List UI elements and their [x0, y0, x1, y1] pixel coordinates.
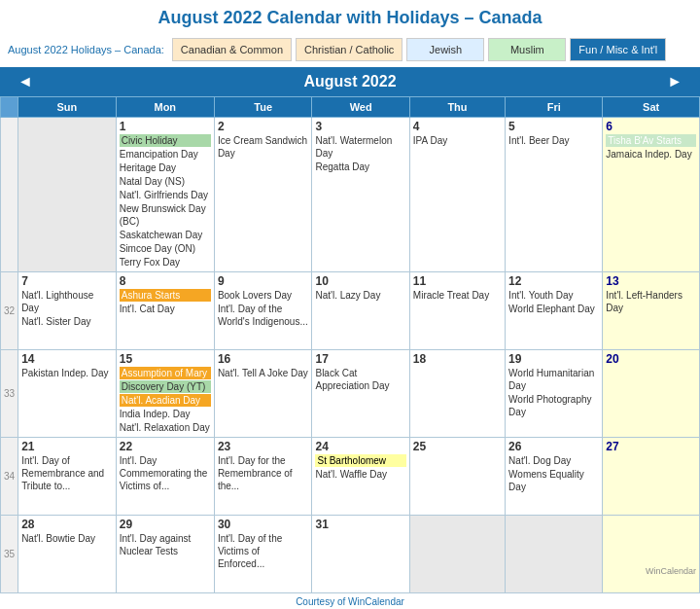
day-cell-18: 18 — [409, 350, 505, 438]
filter-jewish[interactable]: Jewish — [406, 38, 484, 61]
day-cell-16: 16 Nat'l. Tell A Joke Day — [214, 350, 312, 438]
col-header-sat: Sat — [603, 97, 700, 118]
day-cell-1: 1 Civic Holiday Emancipation Day Heritag… — [116, 118, 214, 272]
month-title: August 2022 — [303, 73, 396, 90]
page-title: August 2022 Calendar with Holidays – Can… — [158, 8, 542, 27]
table-row: 1 Civic Holiday Emancipation Day Heritag… — [1, 118, 700, 272]
filter-muslim[interactable]: Muslim — [488, 38, 566, 61]
day-cell-15: 15 Assumption of Mary Discovery Day (YT)… — [116, 350, 214, 438]
day-cell-10: 10 Nat'l. Lazy Day — [312, 272, 409, 350]
day-cell-17: 17 Black Cat Appreciation Day — [312, 350, 409, 438]
page-container: August 2022 Calendar with Holidays – Can… — [0, 0, 700, 609]
filter-bar: August 2022 Holidays – Canada: Canadian … — [0, 32, 700, 67]
day-cell-4: 4 IPA Day — [409, 118, 505, 272]
week-num-32: 32 — [1, 272, 18, 350]
day-cell-8: 8 Ashura Starts Int'l. Cat Day — [116, 272, 214, 350]
day-cell-empty-33 — [506, 516, 603, 593]
day-cell-6: 6 Tisha B'Av Starts Jamaica Indep. Day — [603, 118, 700, 272]
week-num-31 — [1, 118, 18, 272]
table-row: 34 21 Int'l. Day of Remembrance and Trib… — [1, 438, 700, 516]
day-cell-20: 20 — [603, 350, 700, 438]
day-cell-28: 28 Nat'l. Bowtie Day — [18, 516, 117, 593]
day-cell-empty — [18, 118, 117, 272]
next-arrow[interactable]: ► — [657, 71, 692, 92]
day-cell-29: 29 Int'l. Day against Nuclear Tests — [116, 516, 214, 593]
day-cell-9: 9 Book Lovers Day Int'l. Day of the Worl… — [214, 272, 312, 350]
calendar-table: Sun Mon Tue Wed Thu Fri Sat 1 Civic Holi… — [0, 96, 700, 593]
week-num-35: 35 — [1, 516, 18, 593]
day-cell-27: 27 — [603, 438, 700, 516]
day-cell-12: 12 Int'l. Youth Day World Elephant Day — [506, 272, 603, 350]
day-cell-30: 30 Int'l. Day of the Victims of Enforced… — [214, 516, 312, 593]
table-row: 35 28 Nat'l. Bowtie Day 29 Int'l. Day ag… — [1, 516, 700, 593]
week-num-34: 34 — [1, 438, 18, 516]
day-cell-26: 26 Nat'l. Dog Day Womens Equality Day — [506, 438, 603, 516]
courtesy-text: Courtesy of WinCalendar — [296, 596, 404, 607]
day-cell-31: 31 — [312, 516, 409, 593]
day-cell-24: 24 St Bartholomew Nat'l. Waffle Day — [312, 438, 409, 516]
day-cell-25: 25 — [409, 438, 505, 516]
week-num-33: 33 — [1, 350, 18, 438]
col-header-thu: Thu — [409, 97, 505, 118]
page-header: August 2022 Calendar with Holidays – Can… — [0, 0, 700, 32]
day-cell-empty-34: WinCalendar — [603, 516, 700, 593]
day-cell-empty-32 — [409, 516, 505, 593]
wincal-label: WinCalendar — [606, 518, 696, 576]
calendar-nav: ◄ August 2022 ► — [0, 67, 700, 96]
day-cell-14: 14 Pakistan Indep. Day — [18, 350, 117, 438]
col-header-empty — [1, 97, 18, 118]
filter-fun[interactable]: Fun / Misc & Int'l — [570, 38, 666, 61]
courtesy-bar: Courtesy of WinCalendar — [0, 593, 700, 609]
day-cell-21: 21 Int'l. Day of Remembrance and Tribute… — [18, 438, 117, 516]
day-cell-2: 2 Ice Cream Sandwich Day — [214, 118, 312, 272]
day-cell-22: 22 Int'l. Day Commemorating the Victims … — [116, 438, 214, 516]
day-cell-11: 11 Miracle Treat Day — [409, 272, 505, 350]
prev-arrow[interactable]: ◄ — [8, 71, 43, 92]
filter-label: August 2022 Holidays – Canada: — [8, 44, 164, 55]
filter-canadian[interactable]: Canadian & Common — [172, 38, 292, 61]
col-header-fri: Fri — [506, 97, 603, 118]
col-header-sun: Sun — [18, 97, 117, 118]
day-cell-13: 13 Int'l. Left-Handers Day — [603, 272, 700, 350]
col-header-wed: Wed — [312, 97, 409, 118]
day-cell-5: 5 Int'l. Beer Day — [506, 118, 603, 272]
day-cell-7: 7 Nat'l. Lighthouse Day Nat'l. Sister Da… — [18, 272, 117, 350]
col-header-mon: Mon — [116, 97, 214, 118]
filter-christian[interactable]: Christian / Catholic — [296, 38, 402, 61]
day-cell-3: 3 Nat'l. Watermelon Day Regatta Day — [312, 118, 409, 272]
day-cell-19: 19 World Humanitarian Day World Photogra… — [506, 350, 603, 438]
table-row: 32 7 Nat'l. Lighthouse Day Nat'l. Sister… — [1, 272, 700, 350]
table-row: 33 14 Pakistan Indep. Day 15 Assumption … — [1, 350, 700, 438]
col-header-tue: Tue — [214, 97, 312, 118]
day-cell-23: 23 Int'l. Day for the Remembrance of the… — [214, 438, 312, 516]
